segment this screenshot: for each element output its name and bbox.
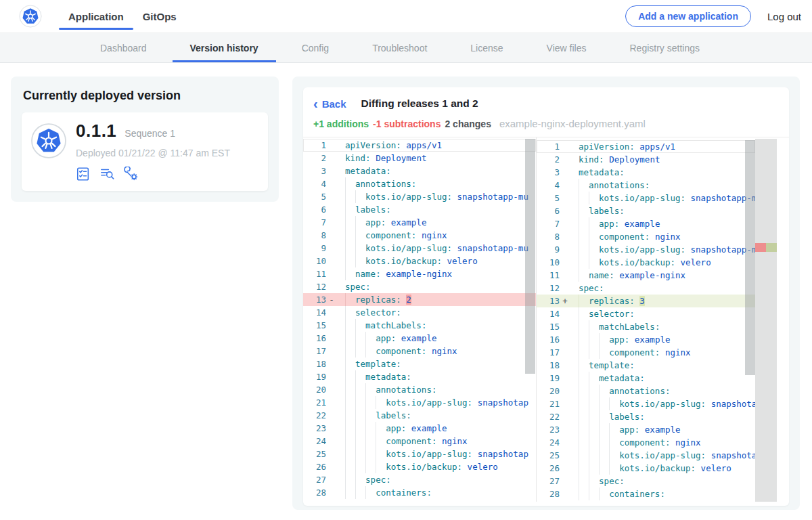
diff-line: 16app: example xyxy=(537,333,755,346)
diff-line: 23app: example xyxy=(303,422,536,435)
diff-line: 9kots.io/app-slug: snapshotapp-mu xyxy=(303,242,536,255)
diff-line: 26kots.io/backup: velero xyxy=(303,460,536,473)
diff-editors: 1apiVersion: apps/v12kind: Deployment3me… xyxy=(303,137,789,502)
subtractions-count: -1 subtractions xyxy=(373,118,441,129)
diff-line: 4annotations: xyxy=(537,179,755,192)
diff-line: 8component: nginx xyxy=(537,230,755,243)
back-link[interactable]: ‹ Back xyxy=(313,98,346,110)
diff-line: 16app: example xyxy=(303,332,536,345)
diff-line: 5kots.io/app-slug: snapshotapp-mu xyxy=(537,192,755,204)
diff-line: 12spec: xyxy=(303,280,536,293)
logout-link[interactable]: Log out xyxy=(767,11,801,22)
diff-line: 12spec: xyxy=(537,282,755,295)
diff-line: 13+replicas: 3 xyxy=(537,295,755,307)
diff-line: 6labels: xyxy=(303,203,536,216)
diff-line: 14selector: xyxy=(303,306,536,319)
diff-line: 1apiVersion: apps/v1 xyxy=(303,139,536,152)
subnav-config[interactable]: Config xyxy=(296,33,334,62)
back-label: Back xyxy=(322,98,346,110)
diff-line: 19metadata: xyxy=(303,370,536,383)
diff-filename: example-nginx-deployment.yaml xyxy=(499,118,646,129)
diff-editor-modified: 1apiVersion: apps/v12kind: Deployment3me… xyxy=(537,137,789,502)
scrollbar-thumb[interactable] xyxy=(525,139,535,374)
diff-line: 3metadata: xyxy=(537,166,755,179)
diff-line: 19metadata: xyxy=(537,372,755,385)
diff-line: 1apiVersion: apps/v1 xyxy=(537,140,755,153)
diff-line: 22labels: xyxy=(303,409,536,422)
wrench-gear-icon[interactable] xyxy=(124,167,139,181)
deployed-version-tile: 0.1.1 Sequence 1 Deployed 01/21/22 @ 11:… xyxy=(22,112,268,191)
additions-count: +1 additions xyxy=(313,118,369,129)
diff-line: 24component: nginx xyxy=(537,436,755,449)
subnav-version-history[interactable]: Version history xyxy=(185,33,264,62)
diff-stats: +1 additions -1 subtractions 2 changes e… xyxy=(303,110,789,137)
diff-line: 10kots.io/backup: velero xyxy=(303,255,536,267)
diff-line: 18template: xyxy=(303,358,536,370)
tab-gitops-label: GitOps xyxy=(143,11,177,22)
diff-title: Diffing releases 1 and 2 xyxy=(361,98,478,110)
top-bar: Application GitOps Add a new application… xyxy=(0,0,812,32)
app-icon xyxy=(31,123,66,158)
diff-line: 6labels: xyxy=(537,204,755,217)
tab-gitops[interactable]: GitOps xyxy=(133,0,186,32)
diff-line: 24component: nginx xyxy=(303,435,536,448)
diff-line: 20annotations: xyxy=(537,385,755,397)
diff-line: 22labels: xyxy=(537,410,755,423)
diff-line: 26kots.io/backup: velero xyxy=(537,462,755,475)
diff-line: 21kots.io/app-slug: snapshotap xyxy=(537,397,755,410)
currently-deployed-card: Currently deployed version xyxy=(11,77,279,202)
tab-application-label: Application xyxy=(68,11,124,22)
diff-line: 25kots.io/app-slug: snapshotap xyxy=(303,448,536,460)
added-marker xyxy=(766,243,777,252)
chevron-left-icon: ‹ xyxy=(313,99,318,108)
subnav-dashboard[interactable]: Dashboard xyxy=(95,33,152,62)
changes-count: 2 changes xyxy=(445,118,491,129)
diff-line: 14selector: xyxy=(537,307,755,320)
diff-panel: ‹ Back Diffing releases 1 and 2 +1 addit… xyxy=(303,87,789,506)
diff-line: 7app: example xyxy=(303,216,536,229)
diff-line: 2kind: Deployment xyxy=(537,153,755,166)
diff-line: 4annotations: xyxy=(303,177,536,190)
diff-line: 5kots.io/app-slug: snapshotapp-mu xyxy=(303,190,536,203)
diff-line: 3metadata: xyxy=(303,165,536,177)
deleted-marker xyxy=(755,243,766,252)
deployed-timestamp: Deployed 01/21/22 @ 11:47 am EST xyxy=(76,148,230,158)
subnav-license[interactable]: License xyxy=(465,33,508,62)
diff-line: 9kots.io/app-slug: snapshotapp-mu xyxy=(537,243,755,256)
diff-line: 23app: example xyxy=(537,423,755,436)
diff-line: 13-replicas: 2 xyxy=(303,293,536,306)
diff-line: 28containers: xyxy=(537,488,755,500)
subnav-view-files[interactable]: View files xyxy=(541,33,592,62)
sequence-label: Sequence 1 xyxy=(125,128,175,139)
subnav-registry-settings[interactable]: Registry settings xyxy=(624,33,704,62)
diff-editor-original: 1apiVersion: apps/v12kind: Deployment3me… xyxy=(303,137,537,502)
subnav-troubleshoot[interactable]: Troubleshoot xyxy=(367,33,432,62)
tab-application[interactable]: Application xyxy=(59,0,133,32)
version-number: 0.1.1 xyxy=(76,121,116,142)
checklist-icon[interactable] xyxy=(76,167,91,181)
diff-line: 11name: example-nginx xyxy=(303,267,536,280)
diff-line: 15matchLabels: xyxy=(537,320,755,333)
add-application-button[interactable]: Add a new application xyxy=(625,5,751,27)
scrollbar-thumb[interactable] xyxy=(745,140,755,375)
diff-line: 18template: xyxy=(537,359,755,372)
diff-line: 20annotations: xyxy=(303,383,536,396)
diff-card: ‹ Back Diffing releases 1 and 2 +1 addit… xyxy=(292,77,800,510)
diff-line: 8component: nginx xyxy=(303,229,536,242)
diff-line: 11name: example-nginx xyxy=(537,269,755,282)
ruler-padding xyxy=(777,139,788,502)
diff-line: 27spec: xyxy=(303,473,536,486)
file-search-icon[interactable] xyxy=(99,167,115,181)
app-subnav: Dashboard Version history Config Trouble… xyxy=(0,32,812,63)
top-tabs: Application GitOps xyxy=(59,0,186,32)
diff-line: 15matchLabels: xyxy=(303,319,536,332)
diff-line: 7app: example xyxy=(537,217,755,230)
diff-line: 17component: nginx xyxy=(537,346,755,359)
diff-line: 21kots.io/app-slug: snapshotap xyxy=(303,396,536,409)
diff-line: 25kots.io/app-slug: snapshotap xyxy=(537,449,755,462)
diff-overview-ruler[interactable] xyxy=(755,139,777,502)
diff-line: 27spec: xyxy=(537,475,755,488)
diff-line: 28containers: xyxy=(303,486,536,499)
deployed-card-heading: Currently deployed version xyxy=(23,89,268,103)
diff-line: 17component: nginx xyxy=(303,345,536,358)
